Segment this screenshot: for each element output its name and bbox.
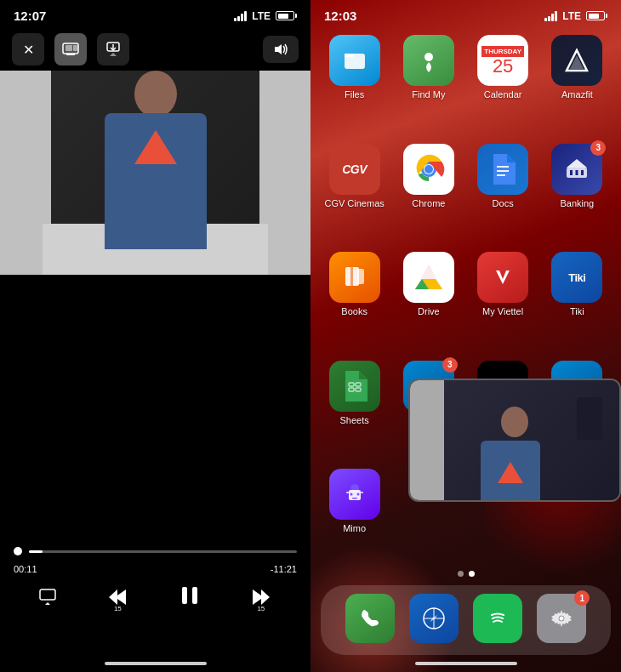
banking-label: Banking — [560, 198, 594, 208]
tiki-label: Tiki — [570, 306, 584, 316]
settings-badge: 1 — [574, 590, 590, 606]
app-tiki[interactable]: Tiki Tiki — [547, 252, 607, 347]
download-button[interactable] — [97, 33, 129, 65]
sheets-icon — [329, 361, 380, 412]
banking-badge: 3 — [590, 140, 606, 156]
playback-controls: 00:11 -11:21 15 — [0, 547, 310, 612]
books-icon — [329, 252, 380, 303]
app-amazfit[interactable]: Amazfit — [547, 35, 607, 130]
page-dot-1[interactable] — [458, 571, 464, 577]
page-dot-2[interactable] — [469, 571, 475, 577]
dock-spotify[interactable] — [473, 594, 522, 643]
app-drive[interactable]: Drive — [398, 252, 459, 347]
svg-marker-50 — [429, 615, 437, 624]
svg-rect-1 — [66, 54, 75, 55]
amazfit-icon — [551, 35, 602, 86]
progress-row — [14, 547, 297, 555]
dock: 1 — [321, 585, 611, 655]
screen-mirror-button[interactable] — [54, 33, 87, 65]
right-content: 12:03 LTE — [310, 0, 621, 672]
svg-rect-43 — [352, 498, 357, 499]
amazfit-label: Amazfit — [561, 89, 593, 100]
viettel-label: My Viettel — [482, 306, 523, 316]
mimo-label: Mimo — [343, 523, 366, 533]
progress-dot[interactable] — [14, 547, 22, 555]
svg-rect-9 — [192, 587, 197, 604]
time-elapsed: 00:11 — [14, 564, 37, 574]
svg-rect-19 — [497, 170, 509, 172]
right-status-bar: 12:03 LTE — [310, 0, 621, 28]
app-files[interactable]: Files — [324, 35, 385, 130]
svg-rect-8 — [182, 587, 187, 604]
books-label: Books — [341, 306, 367, 316]
app-mimo[interactable]: Mimo — [324, 469, 385, 564]
files-icon — [329, 35, 380, 86]
app-calendar[interactable]: Thursday 25 Calendar — [473, 35, 533, 130]
findmy-icon — [403, 35, 454, 86]
close-button[interactable]: ✕ — [12, 33, 44, 65]
app-chrome[interactable]: Chrome — [398, 144, 459, 239]
right-phone: 12:03 LTE — [310, 0, 621, 672]
right-home-indicator — [415, 662, 517, 665]
sheets-label: Sheets — [340, 415, 369, 425]
findmy-label: Find My — [412, 89, 445, 100]
signal-bars-icon — [234, 11, 247, 21]
svg-rect-44 — [346, 492, 349, 493]
svg-rect-23 — [570, 170, 573, 175]
svg-rect-45 — [361, 492, 363, 493]
page-dots — [310, 571, 621, 577]
app-banking[interactable]: 3 Banking — [547, 144, 607, 239]
app-viettel[interactable]: My Viettel — [473, 252, 533, 347]
progress-fill — [29, 550, 43, 553]
right-battery-icon — [586, 11, 607, 20]
svg-rect-25 — [581, 170, 584, 175]
dock-phone[interactable] — [345, 594, 395, 643]
app-books[interactable]: Books — [324, 252, 385, 347]
right-lte: LTE — [562, 10, 581, 22]
chrome-icon — [403, 144, 454, 195]
drive-label: Drive — [418, 306, 440, 316]
svg-rect-24 — [576, 170, 578, 175]
time-row: 00:11 -11:21 — [14, 564, 297, 574]
time-remaining: -11:21 — [271, 564, 297, 574]
svg-marker-13 — [570, 55, 584, 69]
progress-bar[interactable] — [29, 550, 297, 553]
svg-rect-7 — [40, 589, 55, 600]
rewind-button[interactable]: 15 — [106, 588, 128, 609]
app-sheets[interactable]: Sheets — [324, 361, 385, 456]
svg-rect-27 — [350, 267, 353, 286]
svg-point-51 — [487, 608, 508, 629]
svg-marker-22 — [567, 159, 587, 168]
svg-point-54 — [560, 617, 564, 621]
left-status-bar: 12:07 LTE — [0, 0, 310, 28]
fast-forward-button[interactable]: 15 — [250, 588, 272, 609]
airplay-button[interactable] — [38, 588, 57, 609]
drive-icon — [403, 252, 454, 303]
dock-settings[interactable]: 1 — [537, 594, 586, 643]
docs-icon — [477, 144, 528, 195]
svg-point-17 — [424, 165, 433, 174]
left-time: 12:07 — [14, 9, 46, 23]
svg-marker-33 — [422, 265, 436, 279]
tiki-icon: Tiki — [551, 252, 602, 303]
viettel-icon — [477, 252, 528, 303]
pip-video[interactable] — [408, 379, 621, 502]
play-pause-button[interactable] — [179, 584, 201, 612]
left-status-right: LTE — [234, 10, 297, 22]
dock-safari[interactable] — [409, 594, 459, 643]
right-time: 12:03 — [324, 9, 356, 23]
volume-button[interactable] — [263, 36, 299, 63]
mimo-icon — [329, 469, 380, 520]
app-findmy[interactable]: Find My — [398, 35, 459, 130]
pip-video-content — [410, 380, 619, 500]
playback-buttons: 15 15 — [14, 584, 297, 612]
app-cgv[interactable]: CGV CGV Cinemas — [324, 144, 385, 239]
video-area — [0, 71, 310, 275]
app-docs[interactable]: Docs — [473, 144, 533, 239]
docs-label: Docs — [493, 198, 514, 208]
left-battery-icon — [276, 11, 297, 20]
svg-rect-28 — [357, 269, 364, 284]
svg-rect-20 — [497, 174, 505, 176]
svg-point-41 — [350, 493, 352, 496]
calendar-icon: Thursday 25 — [477, 35, 528, 86]
